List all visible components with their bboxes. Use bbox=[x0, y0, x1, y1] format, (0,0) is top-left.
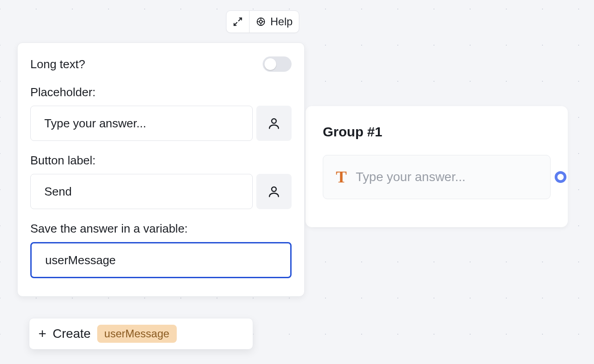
help-button[interactable]: Help bbox=[250, 11, 299, 33]
button-label-variable-button[interactable] bbox=[256, 174, 292, 209]
svg-point-1 bbox=[259, 20, 262, 23]
user-icon bbox=[267, 185, 281, 198]
input-settings-panel: Long text? Placeholder: Button label: bbox=[17, 42, 305, 297]
output-connector[interactable] bbox=[555, 171, 566, 183]
placeholder-section: Placeholder: bbox=[30, 85, 292, 141]
long-text-label: Long text? bbox=[30, 57, 85, 71]
button-label-section: Button label: bbox=[30, 154, 292, 209]
help-label: Help bbox=[270, 15, 292, 28]
variable-label: Save the answer in a variable: bbox=[30, 222, 292, 236]
create-variable-dropdown[interactable]: + Create userMessage bbox=[29, 318, 253, 350]
long-text-toggle[interactable] bbox=[263, 56, 292, 72]
placeholder-label: Placeholder: bbox=[30, 85, 292, 99]
plus-icon: + bbox=[38, 327, 47, 341]
svg-point-3 bbox=[272, 187, 276, 191]
toggle-knob bbox=[264, 58, 276, 70]
variable-token: userMessage bbox=[97, 325, 177, 343]
button-label-label: Button label: bbox=[30, 154, 292, 168]
editor-toolbar: Help bbox=[226, 10, 299, 33]
text-input-block[interactable]: T Type your answer... bbox=[323, 155, 551, 199]
user-icon bbox=[267, 117, 281, 130]
fullscreen-button[interactable] bbox=[226, 11, 250, 33]
create-label: Create bbox=[53, 327, 91, 341]
variable-section: Save the answer in a variable: bbox=[30, 222, 292, 278]
placeholder-variable-button[interactable] bbox=[256, 106, 292, 141]
text-type-icon: T bbox=[336, 168, 347, 187]
svg-point-2 bbox=[272, 119, 276, 123]
group-card[interactable]: Group #1 T Type your answer... bbox=[306, 106, 568, 227]
group-title: Group #1 bbox=[323, 124, 551, 140]
variable-input[interactable] bbox=[30, 242, 292, 278]
help-icon bbox=[256, 17, 266, 27]
expand-icon bbox=[233, 17, 243, 27]
button-label-input[interactable] bbox=[30, 174, 253, 209]
placeholder-input[interactable] bbox=[30, 106, 253, 141]
block-placeholder: Type your answer... bbox=[356, 170, 466, 184]
